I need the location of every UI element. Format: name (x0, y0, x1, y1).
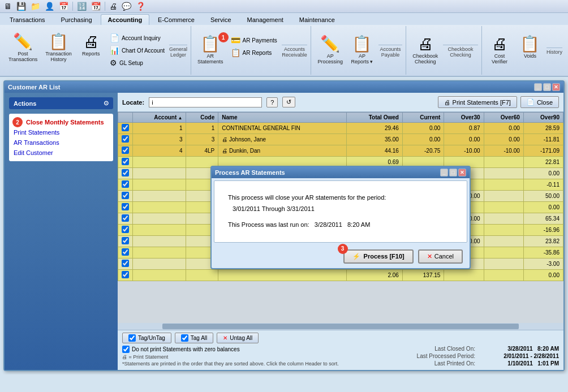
modal-minimize-button[interactable]: _ (440, 169, 448, 176)
toolbar-subitem-account-inquiry[interactable]: 📄 Account Inquiry (107, 32, 167, 44)
untag-all-button[interactable]: ✕ Untag All (217, 333, 259, 343)
ar-reports-label: AR Reports (243, 50, 272, 56)
modal-period: 3/01/2011 Through 3/31/2011 (233, 204, 453, 215)
window-body: Actions ⊙ 2 Close Monthly Statements Pri… (5, 93, 563, 370)
modal-window-controls: _ □ ✕ (440, 169, 466, 176)
tag-untag-button[interactable]: Tag/UnTag (122, 333, 171, 343)
process-button[interactable]: ⚡ Process [F10] (343, 249, 414, 264)
window-close-button[interactable]: ✕ (552, 83, 560, 91)
reports-label: Reports (82, 51, 100, 57)
locate-input[interactable] (149, 97, 262, 107)
process-label: Process [F10] (364, 253, 405, 260)
modal-body: This process will close your AR statemen… (214, 180, 467, 242)
gl-setup-label: GL Setup (119, 60, 143, 66)
no-zero-checkbox-row: Do not print Statements with zero balanc… (122, 346, 339, 353)
modal-text-line1: This process will close your AR statemen… (228, 192, 453, 204)
toolbar-group-history: 🖨 CostVerifier 📋 Voids History (482, 26, 566, 75)
window-maximize-button[interactable]: □ (543, 83, 551, 91)
toolbar-subitem-gl-setup[interactable]: ⚙ GL Setup (107, 57, 167, 68)
toolbar-subitem-ar-payments[interactable]: 💳 AR Payments (229, 35, 279, 46)
sidebar-collapse-icon[interactable]: ⊙ (104, 100, 109, 107)
tab-maintenance[interactable]: Maintenance (292, 14, 342, 25)
cost-verifier-icon: 🖨 (492, 36, 507, 52)
horizontal-scrollbar[interactable] (118, 323, 563, 330)
toolbar-group-ap: ✏️ APProcessing 📋 APReports ▾ Accounts P… (311, 26, 406, 75)
toolbar-subitem-chart-of-account[interactable]: 📊 Chart Of Account (107, 45, 167, 56)
account-inquiry-label: Account Inquiry (122, 35, 161, 41)
tab-purchasing[interactable]: Purchasing (54, 14, 100, 25)
tab-service[interactable]: Service (203, 14, 239, 25)
sidebar-title: Actions ⊙ (9, 97, 113, 109)
toolbar-item-cost-verifier[interactable]: 🖨 CostVerifier (485, 35, 514, 66)
footer-buttons: Tag/UnTag Tag All ✕ Untag All (122, 333, 559, 343)
close-button[interactable]: 📄 Close (520, 96, 559, 108)
ar-subgroup: 💳 AR Payments 📋 AR Reports (229, 35, 279, 58)
content-area: Locate: ? ↺ 🖨 Print Statements [F7] 📄 Cl… (118, 93, 563, 370)
ap-reports-label: APReports ▾ (351, 53, 373, 64)
tag-untag-checkbox[interactable] (128, 334, 136, 342)
transaction-history-label: TransactionHistory (45, 51, 72, 62)
refresh-button[interactable]: ↺ (282, 97, 295, 107)
sys-icon-1[interactable]: 🖥 (2, 1, 14, 11)
last-closed-value: 3/28/2011 8:20 AM (480, 346, 559, 352)
close-label: Close (537, 99, 553, 106)
modal-maximize-button[interactable]: □ (449, 169, 457, 176)
last-closed-label: Last Closed On: (434, 346, 475, 352)
chart-of-account-icon: 📊 (110, 46, 119, 55)
main-area: Customer AR List _ □ ✕ Actions ⊙ 2 Close… (0, 77, 568, 374)
toolbar-subitem-ar-reports[interactable]: 📋 AR Reports (229, 47, 279, 58)
sys-icon-10[interactable]: ❓ (134, 1, 147, 11)
sys-icon-4[interactable]: 👤 (43, 1, 56, 11)
toolbar-item-post-transactions[interactable]: ✏️ PostTransactions (6, 32, 40, 64)
main-toolbar: Transactions Purchasing Accounting E-Com… (0, 13, 568, 77)
toolbar-item-reports[interactable]: 🖨 Reports (77, 32, 105, 58)
tab-transactions[interactable]: Transactions (2, 14, 53, 25)
sidebar-item-close-monthly-statements[interactable]: Close Monthly Statements (25, 117, 105, 127)
sys-icon-3[interactable]: 📁 (29, 1, 42, 11)
sidebar-item-ar-transactions[interactable]: AR Transactions (12, 137, 110, 148)
toolbar-item-ap-reports[interactable]: 📋 APReports ▾ (348, 35, 376, 66)
sys-icon-5[interactable]: 📅 (57, 1, 70, 11)
print-statement-icon: 🖨 (122, 354, 127, 360)
process-ar-statements-dialog: Process AR Statements _ □ ✕ This process… (210, 166, 471, 269)
toolbar-item-ap-processing[interactable]: ✏️ APProcessing (315, 35, 346, 66)
toolbar-item-voids[interactable]: 📋 Voids (516, 35, 544, 61)
last-processed-value: 2/01/2011 - 2/28/2011 (480, 353, 559, 359)
footer-note: 🖨 = Print Statement (122, 354, 339, 360)
help-button[interactable]: ? (266, 97, 278, 107)
tab-accounting[interactable]: Accounting (101, 14, 150, 25)
scroll-thumb[interactable] (162, 324, 519, 329)
sys-icon-2[interactable]: 💾 (15, 1, 28, 11)
no-zero-checkbox[interactable] (122, 346, 130, 353)
sys-icon-9[interactable]: 💬 (120, 1, 133, 11)
ar-payments-icon: 💳 (231, 36, 240, 45)
sys-icon-6[interactable]: 🔢 (75, 1, 88, 11)
sys-icon-8[interactable]: 🖨 (107, 1, 119, 11)
tag-all-button[interactable]: Tag All (175, 333, 213, 343)
cancel-button[interactable]: ✕ Cancel (418, 249, 463, 264)
sidebar-item-print-statements[interactable]: Print Statements (12, 127, 110, 137)
modal-last-run-date: 3/28/2011 (315, 221, 342, 228)
sys-icon-7[interactable]: 📆 (89, 1, 102, 11)
cancel-icon: ✕ (427, 253, 432, 260)
cancel-label: Cancel (434, 253, 454, 260)
header-right-buttons: 🖨 Print Statements [F7] 📄 Close (438, 96, 559, 108)
post-transactions-label: PostTransactions (8, 51, 37, 62)
content-footer: Tag/UnTag Tag All ✕ Untag All (118, 330, 563, 370)
tab-management[interactable]: Management (240, 14, 291, 25)
tab-ecommerce[interactable]: E-Commerce (150, 14, 202, 25)
voids-label: Voids (524, 53, 536, 59)
account-inquiry-icon: 📄 (110, 33, 119, 42)
toolbar-item-checkbook[interactable]: 🖨 CheckbookChecking (410, 35, 441, 66)
window-minimize-button[interactable]: _ (534, 83, 542, 91)
toolbar-item-transaction-history[interactable]: 📋 TransactionHistory (42, 32, 75, 64)
print-statements-label: Print Statements [F7] (453, 99, 511, 106)
print-statements-button[interactable]: 🖨 Print Statements [F7] (438, 96, 517, 108)
last-processed-label: Last Processed Period: (417, 353, 475, 359)
sidebar-item-edit-customer[interactable]: Edit Customer (12, 148, 110, 158)
gl-setup-icon: ⚙ (110, 58, 117, 67)
ar-payments-label: AR Payments (243, 37, 277, 44)
toolbar-content: ✏️ PostTransactions 📋 TransactionHistory… (0, 25, 568, 76)
modal-close-button[interactable]: ✕ (458, 169, 466, 176)
tag-all-checkbox[interactable] (181, 334, 188, 342)
